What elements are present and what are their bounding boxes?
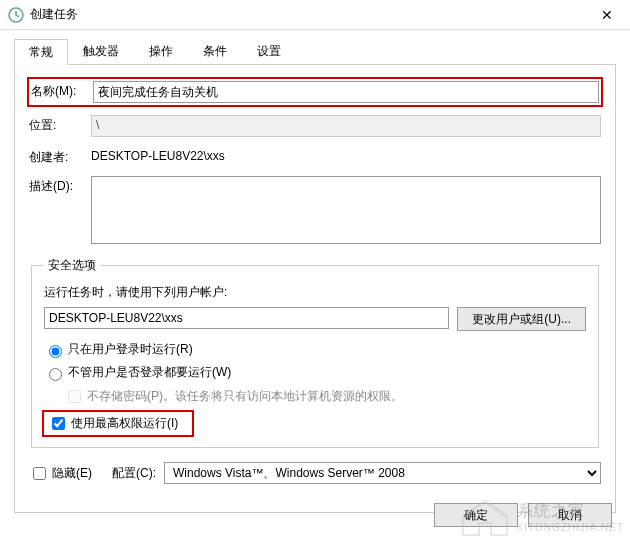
highest-privileges-checkbox[interactable]: [52, 417, 65, 430]
no-store-password-label: 不存储密码(P)。该任务将只有访问本地计算机资源的权限。: [87, 388, 403, 405]
security-options-group: 安全选项 运行任务时，请使用下列用户帐户: 更改用户或组(U)... 只在用户登…: [31, 257, 599, 448]
content-area: 常规 触发器 操作 条件 设置 名称(M): 位置: \ 创建者: DESKTO…: [0, 30, 630, 513]
dialog-buttons: 确定 取消: [434, 503, 612, 527]
tab-strip: 常规 触发器 操作 条件 设置: [14, 38, 616, 65]
radio-logged-on-label: 只在用户登录时运行(R): [68, 341, 193, 358]
cancel-button[interactable]: 取消: [528, 503, 612, 527]
hidden-label: 隐藏(E): [52, 465, 92, 482]
radio-logged-on-input[interactable]: [49, 345, 62, 358]
name-label: 名称(M):: [31, 81, 93, 100]
security-legend: 安全选项: [44, 257, 100, 274]
name-row: 名称(M):: [29, 79, 601, 105]
hidden-option[interactable]: 隐藏(E): [29, 464, 92, 483]
author-value: DESKTOP-LEU8V22\xxs: [91, 147, 601, 163]
no-store-password: 不存储密码(P)。该任务将只有访问本地计算机资源的权限。: [64, 387, 586, 406]
titlebar: 创建任务 ✕: [0, 0, 630, 30]
tab-conditions[interactable]: 条件: [188, 38, 242, 64]
tab-general[interactable]: 常规: [14, 39, 68, 65]
radio-logged-on[interactable]: 只在用户登录时运行(R): [44, 341, 586, 358]
name-input[interactable]: [93, 81, 599, 103]
location-row: 位置: \: [29, 115, 601, 137]
no-store-password-checkbox: [68, 390, 81, 403]
bottom-row: 隐藏(E) 配置(C): Windows Vista™、Windows Serv…: [29, 462, 601, 484]
tab-actions[interactable]: 操作: [134, 38, 188, 64]
radio-any-user[interactable]: 不管用户是否登录都要运行(W): [44, 364, 586, 381]
close-icon[interactable]: ✕: [592, 7, 622, 23]
configure-select[interactable]: Windows Vista™、Windows Server™ 2008: [164, 462, 601, 484]
configure-label: 配置(C):: [112, 465, 156, 482]
author-label: 创建者:: [29, 147, 91, 166]
location-value: \: [91, 115, 601, 137]
window-title: 创建任务: [30, 6, 592, 23]
change-user-button[interactable]: 更改用户或组(U)...: [457, 307, 586, 331]
ok-button[interactable]: 确定: [434, 503, 518, 527]
tab-panel-general: 名称(M): 位置: \ 创建者: DESKTOP-LEU8V22\xxs 描述…: [14, 65, 616, 513]
account-field: [44, 307, 449, 329]
account-row: 更改用户或组(U)...: [44, 307, 586, 331]
hidden-checkbox[interactable]: [33, 467, 46, 480]
description-input[interactable]: [91, 176, 601, 244]
clock-icon: [8, 7, 24, 23]
description-row: 描述(D):: [29, 176, 601, 247]
description-label: 描述(D):: [29, 176, 91, 195]
radio-any-user-label: 不管用户是否登录都要运行(W): [68, 364, 231, 381]
highest-privileges[interactable]: 使用最高权限运行(I): [44, 412, 192, 435]
tab-triggers[interactable]: 触发器: [68, 38, 134, 64]
radio-any-user-input[interactable]: [49, 368, 62, 381]
author-row: 创建者: DESKTOP-LEU8V22\xxs: [29, 147, 601, 166]
highest-privileges-label: 使用最高权限运行(I): [71, 415, 178, 432]
run-as-label: 运行任务时，请使用下列用户帐户:: [44, 284, 586, 301]
tab-settings[interactable]: 设置: [242, 38, 296, 64]
location-label: 位置:: [29, 115, 91, 134]
